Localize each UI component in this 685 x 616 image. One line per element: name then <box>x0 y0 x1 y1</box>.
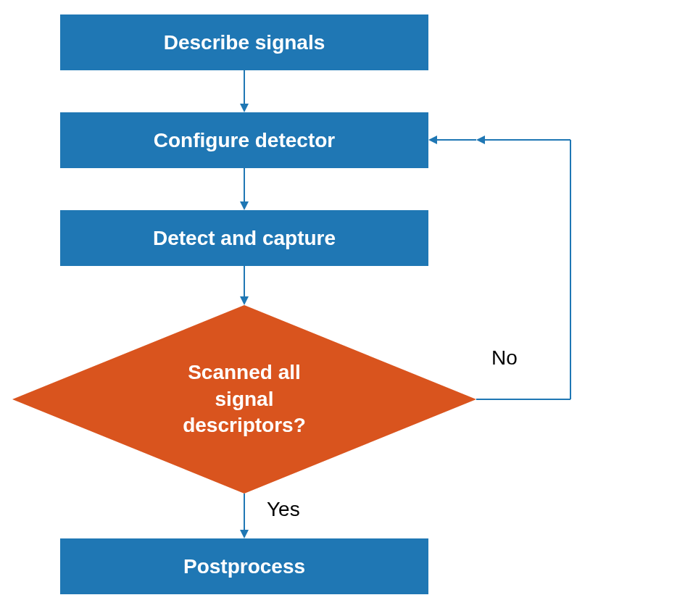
node-describe-signals: Describe signals <box>60 14 428 70</box>
arrow-configure-to-detect <box>240 168 249 210</box>
node-postprocess-label: Postprocess <box>183 555 305 578</box>
node-decision-label: Scanned all signal descriptors? <box>183 359 306 438</box>
arrow-describe-to-configure <box>240 70 249 112</box>
node-detect-capture: Detect and capture <box>60 210 428 266</box>
svg-marker-11 <box>428 136 437 144</box>
edge-label-yes: Yes <box>267 498 300 521</box>
node-configure-detector: Configure detector <box>60 112 428 168</box>
arrow-no-loopback-tail <box>428 135 476 145</box>
svg-marker-3 <box>240 201 249 210</box>
edge-label-no: No <box>491 346 518 370</box>
arrow-detect-to-decision <box>240 266 249 305</box>
svg-marker-5 <box>240 296 249 305</box>
svg-marker-9 <box>476 136 485 144</box>
node-configure-detector-label: Configure detector <box>154 129 335 152</box>
node-decision-scanned-all: Scanned all signal descriptors? <box>12 305 476 494</box>
node-detect-capture-label: Detect and capture <box>153 227 336 250</box>
svg-marker-13 <box>240 530 249 538</box>
svg-marker-1 <box>240 104 249 112</box>
node-postprocess: Postprocess <box>60 538 428 594</box>
arrow-decision-to-postprocess <box>240 494 249 538</box>
node-describe-signals-label: Describe signals <box>164 31 325 54</box>
